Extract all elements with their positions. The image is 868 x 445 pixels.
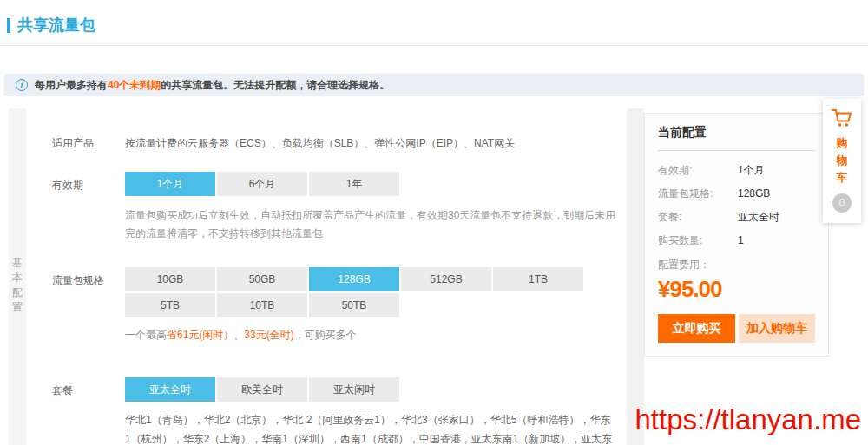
option-128GB[interactable]: 128GB — [309, 267, 399, 291]
validity-label: 有效期 — [52, 172, 125, 243]
product-value: 按流量计费的云服务器（ECS）、负载均衡（SLB）、弹性公网IP（EIP）、NA… — [125, 136, 627, 151]
summary-row-label: 有效期: — [658, 161, 738, 179]
notice-bar: i 每用户最多持有40个未到期的共享流量包。无法提升配额，请合理选择规格。 — [4, 74, 864, 96]
watermark-url: https://tlanyan.me — [635, 403, 861, 436]
summary-row: 有效期:1个月 — [658, 161, 815, 179]
summary-row-value: 亚太全时 — [738, 208, 779, 226]
current-config-title: 当前配置 — [658, 125, 815, 151]
size-label: 流量包规格 — [52, 267, 125, 343]
validity-options: 1个月6个月1年 — [125, 172, 589, 198]
cart-widget[interactable]: 购物车 0 — [823, 99, 861, 223]
cart-count-badge: 0 — [832, 193, 852, 213]
form-row-validity: 有效期 1个月6个月1年 流量包购买成功后立刻生效，自动抵扣所覆盖产品产生的流量… — [52, 172, 627, 243]
summary-row: 套餐:亚太全时 — [658, 208, 815, 226]
right-column: 当前配置 有效期:1个月流量包规格:128GB套餐:亚太全时购买数量:1 配置费… — [644, 108, 859, 445]
summary-row: 购买数量:1 — [658, 232, 815, 249]
page-header: 共享流量包 — [7, 15, 95, 36]
option-10TB[interactable]: 10TB — [217, 293, 307, 317]
header-divider — [0, 45, 868, 46]
summary-row-value: 1个月 — [738, 161, 765, 179]
option-512GB[interactable]: 512GB — [401, 267, 491, 291]
summary-row-label: 购买数量: — [658, 232, 738, 249]
size-options: 10GB50GB128GB512GB1TB5TB10TB50TB — [125, 267, 589, 319]
option-亚太全时[interactable]: 亚太全时 — [125, 377, 215, 402]
option-欧美全时[interactable]: 欧美全时 — [217, 377, 307, 402]
product-label: 适用产品 — [52, 136, 125, 151]
sidebar-basic-config-label: 基本配置 — [12, 256, 23, 315]
summary-row-label: 套餐: — [658, 208, 738, 226]
size-note-saving-idle: 省61元(闲时） — [167, 329, 233, 341]
current-config-card: 当前配置 有效期:1个月流量包规格:128GB套餐:亚太全时购买数量:1 配置费… — [644, 113, 829, 357]
main-content: 基本配置 适用产品 按流量计费的云服务器（ECS）、负载均衡（SLB）、弹性公网… — [9, 108, 859, 445]
config-form-panel: 适用产品 按流量计费的云服务器（ECS）、负载均衡（SLB）、弹性公网IP（EI… — [26, 108, 627, 445]
form-row-size: 流量包规格 10GB50GB128GB512GB1TB5TB10TB50TB 一… — [52, 267, 627, 343]
summary-row-value: 128GB — [738, 185, 770, 202]
summary-row: 流量包规格:128GB — [658, 185, 815, 202]
option-5TB[interactable]: 5TB — [125, 293, 215, 317]
notice-text: 每用户最多持有40个未到期的共享流量包。无法提升配额，请合理选择规格。 — [35, 78, 390, 93]
summary-row-label: 流量包规格: — [658, 185, 738, 202]
notice-highlight: 40个未到期 — [108, 79, 161, 91]
summary-rows: 有效期:1个月流量包规格:128GB套餐:亚太全时购买数量:1 — [658, 161, 815, 249]
add-to-cart-button[interactable]: 加入购物车 — [739, 314, 815, 343]
config-price: ¥95.00 — [658, 276, 815, 303]
option-50GB[interactable]: 50GB — [217, 267, 307, 291]
form-row-plan: 套餐 亚太全时欧美全时亚太闲时 华北1（青岛），华北2（北京），华北 2（阿里政… — [52, 377, 627, 445]
title-accent-bar — [7, 18, 10, 33]
size-note-sep: 、 — [233, 329, 244, 341]
notice-suffix: 的共享流量包。无法提升配额，请合理选择规格。 — [161, 79, 390, 91]
validity-note: 流量包购买成功后立刻生效，自动抵扣所覆盖产品产生的流量，有效期30天流量包不支持… — [125, 206, 616, 243]
fee-label: 配置费用： — [658, 258, 815, 272]
summary-row-value: 1 — [738, 232, 744, 249]
option-50TB[interactable]: 50TB — [309, 293, 399, 317]
page-title: 共享流量包 — [17, 15, 95, 36]
option-6个月[interactable]: 6个月 — [217, 172, 307, 196]
notice-prefix: 每用户最多持有 — [35, 79, 108, 91]
buy-now-button[interactable]: 立即购买 — [658, 314, 735, 343]
option-1个月[interactable]: 1个月 — [125, 172, 215, 196]
option-1年[interactable]: 1年 — [309, 172, 399, 196]
plan-label: 套餐 — [52, 377, 125, 445]
info-icon: i — [16, 79, 28, 91]
plan-options: 亚太全时欧美全时亚太闲时 — [125, 377, 589, 403]
plan-regions: 华北1（青岛），华北2（北京），华北 2（阿里政务云1），华北3（张家口），华北… — [125, 410, 616, 445]
panel-gap — [627, 108, 644, 445]
form-row-product: 适用产品 按流量计费的云服务器（ECS）、负载均衡（SLB）、弹性公网IP（EI… — [52, 136, 627, 151]
option-1TB[interactable]: 1TB — [493, 267, 583, 291]
size-note-prefix: 一个最高 — [125, 329, 167, 341]
option-10GB[interactable]: 10GB — [125, 267, 215, 291]
sidebar-basic-config[interactable]: 基本配置 — [9, 108, 26, 445]
size-note: 一个最高省61元(闲时）、33元(全时)，可购买多个 — [125, 328, 627, 343]
size-note-saving-full: 33元(全时) — [244, 329, 293, 341]
shopping-cart-icon — [823, 107, 861, 131]
size-note-suffix: ，可购买多个 — [294, 329, 357, 341]
option-亚太闲时[interactable]: 亚太闲时 — [309, 377, 399, 402]
cart-widget-label: 购物车 — [836, 134, 848, 187]
